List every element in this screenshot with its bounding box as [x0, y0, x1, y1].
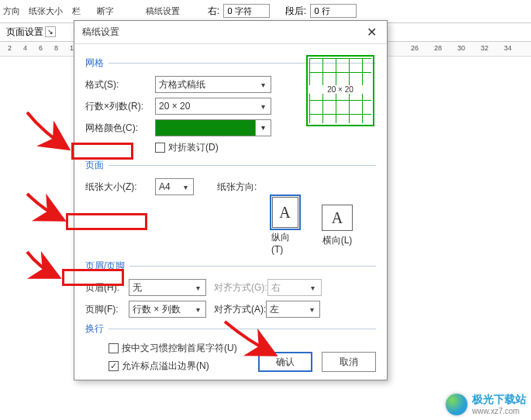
footer-select[interactable]: 行数 × 列数▾	[129, 301, 206, 318]
portrait-label: 纵向(T)	[271, 231, 298, 255]
fold-binding-checkbox[interactable]: 对折装订(D)	[155, 141, 219, 154]
page-setup-group-label: 页面设置	[6, 26, 43, 39]
section-hf-label: 页眉/页脚	[85, 260, 125, 273]
chevron-down-icon: ▾	[191, 305, 204, 314]
grid-preview: 20 × 20	[306, 55, 374, 126]
color-swatch-icon	[156, 120, 255, 136]
landscape-icon: A	[322, 205, 353, 231]
section-header-footer: 页眉/页脚	[85, 260, 376, 273]
chevron-down-icon: ▾	[191, 284, 204, 292]
align-a-label: 对齐方式(A):	[214, 303, 266, 316]
orientation-landscape[interactable]: A 横向(L)	[322, 205, 353, 247]
chevron-down-icon: ▾	[257, 81, 269, 89]
section-wrap-label: 换行	[85, 322, 104, 336]
ok-button[interactable]: 确认	[258, 352, 312, 372]
cjk-wrap-label: 按中文习惯控制首尾字符(U)	[122, 342, 237, 355]
paper-size-select[interactable]: A4▾	[155, 178, 194, 195]
footer-label: 页脚(F):	[85, 303, 129, 316]
chevron-down-icon: ▾	[257, 102, 269, 111]
watermark-name: 极光下载站	[472, 393, 526, 407]
manuscript-settings-dialog: 稿纸设置 ✕ 网格 20 × 20 格式(S): 方格式稿纸▾ 行数×列数(R)…	[74, 20, 388, 380]
chevron-down-icon: ▾	[179, 183, 191, 191]
indent-right-value[interactable]: 0 字符	[223, 4, 270, 18]
section-page: 页面	[85, 159, 376, 172]
overflow-label: 允许标点溢出边界(N)	[122, 360, 209, 373]
cjk-wrap-checkbox[interactable]: 按中文习惯控制首尾字符(U)	[109, 342, 237, 355]
section-page-label: 页面	[85, 159, 104, 172]
rb-columns: 栏	[69, 0, 84, 22]
spacing-after-label: 段后:	[285, 5, 306, 16]
checkbox-icon	[155, 143, 165, 153]
section-wrap: 换行	[85, 322, 376, 336]
chevron-down-icon: ▾	[307, 284, 319, 292]
rows-cols-select[interactable]: 20 × 20▾	[155, 98, 271, 115]
watermark-url: www.xz7.com	[472, 407, 526, 415]
rb-hyphen: 断字	[94, 0, 117, 22]
fold-binding-label: 对折装订(D)	[168, 141, 219, 154]
close-icon[interactable]: ✕	[356, 25, 387, 40]
paper-size-label: 纸张大小(Z):	[85, 181, 155, 194]
rb-direction: 方向	[0, 0, 23, 22]
landscape-label: 横向(L)	[322, 234, 353, 247]
align-g-label: 对齐方式(G):	[214, 281, 267, 294]
checkbox-checked-icon: ✓	[109, 361, 119, 371]
watermark: 极光下载站 www.xz7.com	[446, 393, 526, 415]
header-select[interactable]: 无▾	[129, 279, 206, 296]
rows-cols-label: 行数×列数(R):	[85, 100, 155, 113]
checkbox-icon	[109, 343, 119, 353]
format-label: 格式(S):	[85, 78, 155, 91]
rb-paper-size: 纸张大小	[26, 0, 66, 22]
dialog-launcher-icon[interactable]: ↘	[45, 26, 56, 37]
watermark-logo-icon	[446, 394, 467, 415]
align-g-select: 右▾	[267, 279, 322, 296]
section-grid-label: 网格	[85, 57, 104, 70]
rb-manuscript: 稿纸设置	[143, 0, 183, 22]
dialog-titlebar: 稿纸设置 ✕	[74, 21, 387, 44]
grid-color-label: 网格颜色(C):	[85, 122, 155, 135]
format-select[interactable]: 方格式稿纸▾	[155, 76, 271, 93]
header-label: 页眉(H):	[85, 281, 129, 294]
overflow-checkbox[interactable]: ✓ 允许标点溢出边界(N)	[109, 360, 209, 373]
orientation-label: 纸张方向:	[217, 181, 257, 194]
chevron-down-icon: ▾	[305, 305, 318, 314]
portrait-icon: A	[272, 197, 298, 228]
spacing-after-value[interactable]: 0 行	[310, 4, 357, 18]
dialog-title-text: 稿纸设置	[82, 26, 119, 39]
grid-preview-label: 20 × 20	[308, 85, 373, 94]
align-a-select[interactable]: 左▾	[266, 301, 320, 318]
orientation-portrait[interactable]: A 纵向(T)	[271, 197, 298, 255]
cancel-button[interactable]: 取消	[322, 352, 376, 372]
grid-color-select[interactable]: ▾	[155, 119, 271, 136]
indent-right-label: 右:	[208, 5, 219, 16]
chevron-down-icon: ▾	[255, 120, 271, 136]
